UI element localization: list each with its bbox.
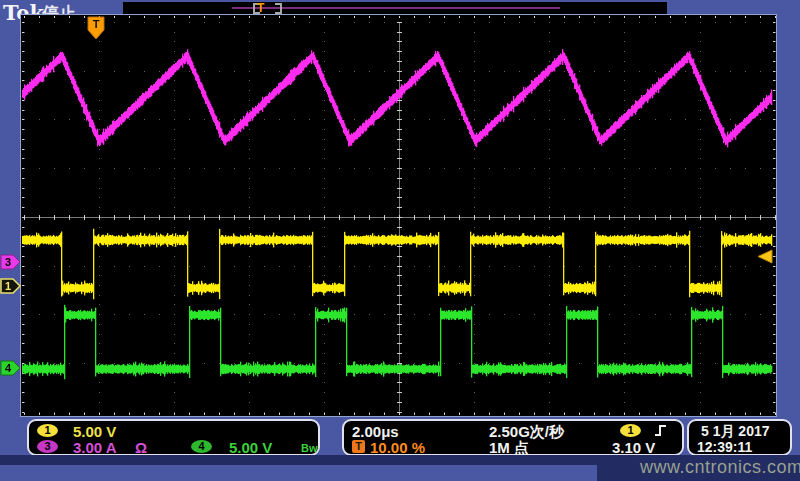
trigger-level-arrow[interactable] (756, 249, 773, 264)
ch3-impedance: Ω (135, 439, 147, 456)
time-value: 12:39:11 (697, 439, 752, 455)
timebase-value: 2.00μs (352, 423, 399, 440)
waveform-display (21, 15, 776, 416)
ch4-badge[interactable]: 4 (191, 440, 212, 453)
channel1-marker-label: 1 (5, 280, 11, 292)
ch1-badge[interactable]: 1 (37, 424, 58, 437)
trigger-source-badge[interactable]: 1 (620, 424, 641, 437)
ch3-badge[interactable]: 3 (37, 440, 58, 453)
ch4-bandwidth-indicator: Bw (301, 442, 318, 454)
ch4-scale: 5.00 V (229, 439, 272, 456)
channel4-marker[interactable]: 4 (0, 360, 22, 377)
channel3-marker[interactable]: 3 (0, 254, 22, 271)
channel4-marker-label: 4 (5, 362, 12, 374)
trigger-level-arrow-shape (758, 250, 772, 263)
channel1-marker[interactable]: 1 (0, 278, 22, 295)
horizontal-position-value: 10.00 % (370, 439, 425, 456)
rising-edge-icon (653, 423, 669, 438)
trigger-position-flag[interactable]: T (87, 16, 106, 41)
record-window-right-bracket (275, 3, 282, 14)
ch1-scale: 5.00 V (73, 423, 116, 440)
horizontal-trigger-panel[interactable]: 2.00μs T 10.00 % 2.50G次/秒 1M 点 1 3.10 V (342, 419, 684, 456)
channel3-marker-label: 3 (5, 256, 11, 268)
oscilloscope-screen: Tek 停止 T T 3 1 4 1 5.00 V 3 3.00 A Ω 4 5… (0, 0, 800, 481)
watermark: www.cntronics.com (640, 457, 800, 478)
trigger-flag-label: T (93, 18, 100, 30)
vertical-settings-panel[interactable]: 1 5.00 V 3 3.00 A Ω 4 5.00 V Bw (27, 419, 320, 456)
trigger-level-value: 3.10 V (612, 439, 655, 456)
datetime-panel[interactable]: 5 1月 2017 12:39:11 (687, 419, 792, 456)
horizontal-position-icon: T (352, 440, 365, 453)
ch3-scale: 3.00 A (73, 439, 117, 456)
